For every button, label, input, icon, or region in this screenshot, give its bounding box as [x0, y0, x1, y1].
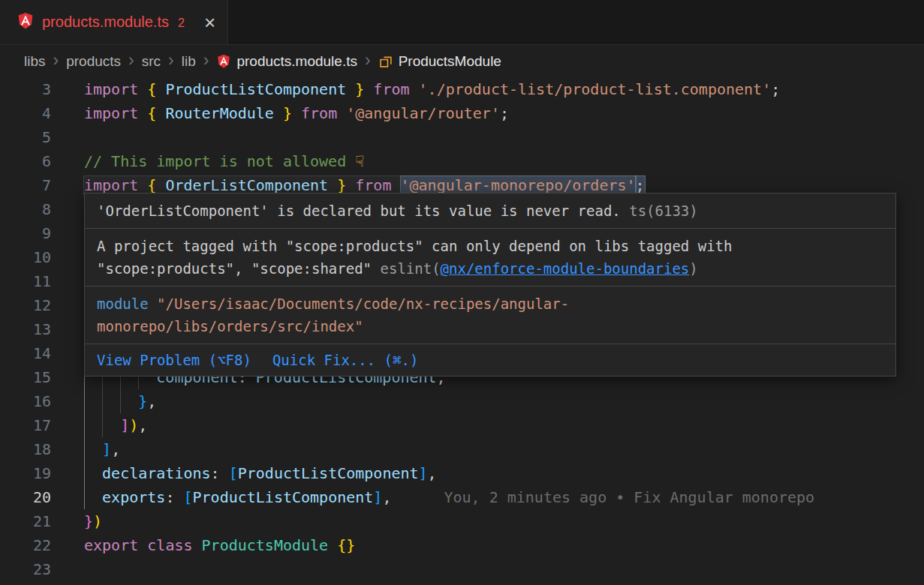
code-token: ProductListComponent: [238, 464, 419, 482]
line-number[interactable]: 17: [0, 413, 51, 437]
line-number[interactable]: 11: [0, 269, 51, 293]
code-token: [346, 80, 355, 98]
code-token: ]: [373, 488, 382, 506]
code-token: from: [373, 80, 409, 98]
hover-popup: 'OrderListComponent' is declared but its…: [84, 193, 896, 376]
breadcrumb-src[interactable]: src: [142, 53, 161, 70]
indent-guide: [84, 485, 102, 509]
line-number[interactable]: 7: [0, 173, 51, 197]
code-token: ;: [771, 80, 780, 98]
breadcrumb-symbol[interactable]: ProductsModule: [399, 53, 501, 70]
code-line[interactable]: 22export class ProductsModule {}: [0, 533, 924, 557]
code-line[interactable]: 23: [0, 557, 924, 581]
code-token: :: [165, 488, 183, 506]
line-number[interactable]: 16: [0, 389, 51, 413]
code-line[interactable]: 6// This import is not allowed ☟: [0, 149, 924, 173]
hover-message-eslint: A project tagged with "scope:products" c…: [85, 229, 895, 286]
code-token: ProductListComponent: [193, 488, 374, 506]
code-line[interactable]: 5: [0, 125, 924, 149]
code-line[interactable]: 18 ],: [0, 437, 924, 461]
line-number[interactable]: 22: [0, 533, 51, 557]
code-token: '@angular/router': [346, 104, 500, 122]
line-number[interactable]: 13: [0, 317, 51, 341]
angular-icon: [216, 54, 231, 69]
code-token: import: [84, 104, 147, 122]
line-number[interactable]: 8: [0, 197, 51, 221]
code-token: ]: [102, 440, 111, 458]
code-text: export class ProductsModule {}: [84, 536, 355, 554]
line-number[interactable]: 3: [0, 77, 51, 101]
code-token: ProductListComponent: [165, 80, 346, 98]
code-text: },: [84, 392, 156, 410]
code-token: }: [84, 512, 93, 530]
code-token: {: [147, 80, 165, 98]
code-token: // This import is not allowed: [84, 152, 355, 170]
line-number[interactable]: 9: [0, 221, 51, 245]
code-token: :: [211, 464, 229, 482]
code-token: ☟: [355, 152, 364, 170]
tab-products-module[interactable]: products.module.ts 2 ×: [0, 0, 228, 44]
line-number[interactable]: 14: [0, 341, 51, 365]
code-token: [138, 536, 147, 554]
code-token: [410, 80, 419, 98]
code-line[interactable]: 19 declarations: [ProductListComponent],: [0, 461, 924, 485]
line-number[interactable]: 18: [0, 437, 51, 461]
line-number[interactable]: 15: [0, 365, 51, 389]
eslint-rule-link[interactable]: @nx/enforce-module-boundaries: [441, 260, 690, 277]
git-blame: You, 2 minutes ago • Fix Angular monorep…: [444, 488, 814, 506]
indent-guide: [102, 413, 120, 437]
line-number[interactable]: 4: [0, 101, 51, 125]
eslint-error-line2: "scope:products", "scope:shared" eslint(…: [97, 257, 883, 280]
close-icon[interactable]: ×: [204, 13, 215, 32]
code-line[interactable]: 20 exports: [ProductListComponent],You, …: [0, 485, 924, 509]
hover-message-ts: 'OrderListComponent' is declared but its…: [85, 194, 895, 229]
code-text: import { RouterModule } from '@angular/r…: [84, 104, 509, 122]
code-text: ]),: [84, 416, 147, 434]
line-number[interactable]: 5: [0, 125, 51, 149]
breadcrumb-libs[interactable]: libs: [24, 53, 46, 70]
line-number[interactable]: 19: [0, 461, 51, 485]
quick-fix-button[interactable]: Quick Fix... (⌘.): [272, 349, 418, 371]
code-token: [391, 176, 400, 194]
line-number[interactable]: 6: [0, 149, 51, 173]
code-text: import { ProductListComponent } from './…: [84, 80, 780, 98]
code-token: [274, 104, 283, 122]
tab-bar: products.module.ts 2 ×: [0, 0, 924, 45]
code-text: }): [84, 512, 102, 530]
module-path-line2: monorepo/libs/orders/src/index": [97, 315, 883, 338]
line-number[interactable]: 20: [0, 485, 51, 509]
code-token: [328, 176, 337, 194]
line-number[interactable]: 10: [0, 245, 51, 269]
code-editor: 3import { ProductListComponent } from '.…: [0, 77, 924, 581]
code-token: ,: [147, 392, 156, 410]
code-line[interactable]: 4import { RouterModule } from '@angular/…: [0, 101, 924, 125]
chevron-right-icon: ›: [365, 50, 371, 70]
code-token: [337, 104, 346, 122]
code-token: }: [355, 80, 364, 98]
line-number[interactable]: 21: [0, 509, 51, 533]
code-token: exports: [102, 488, 165, 506]
code-line[interactable]: 17 ]),: [0, 413, 924, 437]
code-token: [346, 176, 355, 194]
line-number[interactable]: 23: [0, 557, 51, 581]
code-token: '@angular-monorepo/orders': [401, 176, 636, 194]
breadcrumb-lib[interactable]: lib: [182, 53, 196, 70]
breadcrumb-products[interactable]: products: [66, 53, 121, 70]
code-line[interactable]: 21}): [0, 509, 924, 533]
code-line[interactable]: 16 },: [0, 389, 924, 413]
indent-guide: [84, 437, 102, 461]
line-number[interactable]: 12: [0, 293, 51, 317]
breadcrumb-file[interactable]: products.module.ts: [236, 53, 357, 70]
code-token: RouterModule: [165, 104, 274, 122]
code-token: ,: [138, 416, 147, 434]
code-token: [193, 536, 202, 554]
code-token: ;: [500, 104, 509, 122]
code-token: OrderListComponent: [165, 176, 328, 194]
hover-module-path: module "/Users/isaac/Documents/code/nx-r…: [85, 286, 895, 344]
module-path-text2: monorepo/libs/orders/src/index": [97, 318, 363, 334]
view-problem-button[interactable]: View Problem (⌥F8): [97, 349, 251, 371]
code-token: declarations: [102, 464, 211, 482]
code-text: import { OrderListComponent } from '@ang…: [84, 176, 645, 194]
ts-error-source: ts(6133): [629, 202, 698, 219]
code-line[interactable]: 3import { ProductListComponent } from '.…: [0, 77, 924, 101]
